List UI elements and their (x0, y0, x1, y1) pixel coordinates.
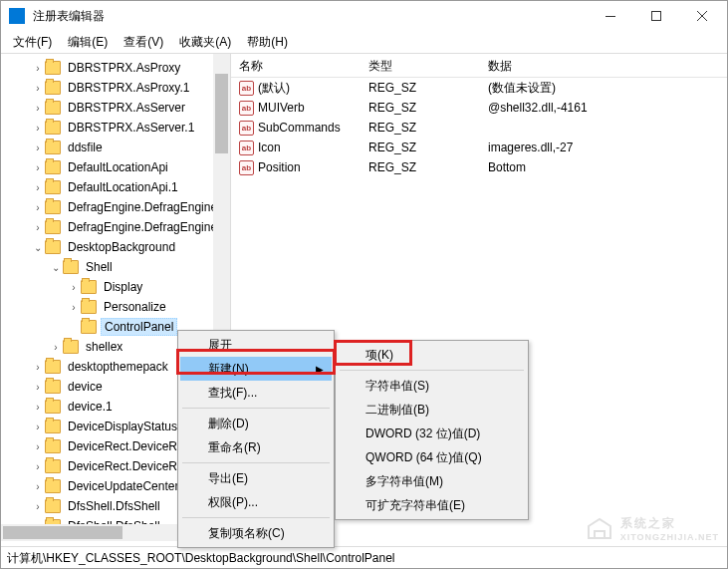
expand-icon[interactable]: › (33, 362, 43, 372)
tree-item[interactable]: ›DBRSTPRX.AsServer.1 (1, 118, 230, 138)
tree-item[interactable]: ›DefragEngine.DefragEngine (1, 197, 230, 217)
menu-item[interactable]: 项(K) (338, 343, 526, 367)
expand-icon[interactable]: › (33, 222, 43, 232)
menu-item[interactable]: 二进制值(B) (338, 398, 526, 422)
expand-icon[interactable]: ⌄ (33, 242, 43, 252)
expand-icon[interactable]: › (33, 422, 43, 431)
titlebar: 注册表编辑器 (1, 1, 727, 31)
tree-item[interactable]: ›DBRSTPRX.AsServer (1, 98, 230, 118)
tree-item[interactable]: ›DefaultLocationApi.1 (1, 177, 230, 197)
tree-item[interactable]: ⌄Shell (1, 257, 230, 277)
menu-separator (182, 517, 330, 518)
menu-item[interactable]: 导出(E) (180, 466, 332, 490)
expand-icon[interactable]: › (33, 103, 43, 113)
value-name: Position (258, 160, 301, 174)
expand-icon[interactable]: › (33, 83, 43, 93)
tree-item[interactable]: ›DBRSTPRX.AsProxy (1, 58, 230, 78)
tree-label: DfsShell.DfsShell (65, 498, 163, 514)
menu-item[interactable]: 权限(P)... (180, 490, 332, 514)
expand-icon[interactable]: › (33, 501, 43, 511)
tree-label: DBRSTPRX.AsServer (65, 100, 188, 116)
value-row[interactable]: abSubCommandsREG_SZ (231, 118, 727, 138)
tree-item[interactable]: ›DBRSTPRX.AsProxy.1 (1, 78, 230, 98)
menu-item-label: 查找(F)... (208, 385, 257, 402)
menu-item[interactable]: 字符串值(S) (338, 374, 526, 398)
value-name: MUIVerb (258, 101, 305, 115)
menu-item[interactable]: 可扩充字符串值(E) (338, 493, 526, 517)
expand-icon[interactable]: › (33, 461, 43, 471)
menu-item[interactable]: DWORD (32 位)值(D) (338, 422, 526, 445)
expand-icon[interactable]: › (33, 202, 43, 212)
menu-item[interactable]: 新建(N)▶ (180, 357, 332, 381)
expand-icon[interactable]: › (51, 342, 61, 352)
menubar: 文件(F) 编辑(E) 查看(V) 收藏夹(A) 帮助(H) (1, 31, 727, 53)
tree-label: DeviceDisplayStatus (65, 419, 180, 434)
tree-label: device (65, 379, 106, 395)
menu-item[interactable]: QWORD (64 位)值(Q) (338, 445, 526, 469)
folder-icon (45, 420, 61, 433)
folder-icon (45, 479, 61, 493)
close-button[interactable] (679, 1, 725, 31)
menu-item-label: 字符串值(S) (365, 378, 429, 395)
value-row[interactable]: abMUIVerbREG_SZ@shell32.dll,-4161 (231, 98, 727, 118)
list-header: 名称 类型 数据 (231, 54, 727, 78)
column-name[interactable]: 名称 (231, 54, 361, 77)
tree-item[interactable]: ›DefaultLocationApi (1, 157, 230, 177)
expand-icon[interactable] (69, 322, 79, 332)
string-value-icon: ab (239, 81, 254, 96)
maximize-button[interactable] (633, 1, 679, 31)
menu-item[interactable]: 复制项名称(C) (180, 521, 332, 545)
menu-help[interactable]: 帮助(H) (239, 32, 296, 53)
tree-label: DefaultLocationApi.1 (65, 179, 181, 195)
app-icon (9, 8, 25, 24)
tree-item[interactable]: ⌄DesktopBackground (1, 237, 230, 257)
value-row[interactable]: ab(默认)REG_SZ(数值未设置) (231, 78, 727, 98)
expand-icon[interactable]: › (33, 402, 43, 412)
menu-item[interactable]: 删除(D) (180, 412, 332, 435)
expand-icon[interactable]: › (33, 182, 43, 192)
value-data: Bottom (480, 160, 727, 174)
expand-icon[interactable]: › (33, 441, 43, 451)
folder-icon (63, 260, 79, 274)
expand-icon[interactable]: › (33, 142, 43, 152)
tree-item[interactable]: ›ddsfile (1, 138, 230, 157)
menu-favorites[interactable]: 收藏夹(A) (171, 32, 239, 53)
value-row[interactable]: abPositionREG_SZBottom (231, 157, 727, 177)
menu-item[interactable]: 多字符串值(M) (338, 469, 526, 493)
tree-item[interactable]: ›Display (1, 277, 230, 297)
menu-item-label: QWORD (64 位)值(Q) (365, 449, 482, 466)
menu-item-label: 项(K) (365, 347, 393, 364)
menu-item[interactable]: 查找(F)... (180, 381, 332, 405)
expand-icon[interactable]: › (69, 302, 79, 312)
window-controls (588, 1, 725, 31)
expand-icon[interactable]: › (33, 481, 43, 491)
tree-label: Shell (83, 259, 116, 275)
expand-icon[interactable]: › (33, 382, 43, 392)
expand-icon[interactable]: › (69, 282, 79, 292)
expand-icon[interactable]: ⌄ (51, 262, 61, 272)
menu-item-label: 导出(E) (208, 470, 248, 487)
menu-item-label: 多字符串值(M) (365, 473, 443, 490)
expand-icon[interactable]: › (33, 162, 43, 172)
value-type: REG_SZ (361, 141, 480, 154)
value-data: (数值未设置) (480, 80, 727, 97)
minimize-button[interactable] (588, 1, 633, 31)
menu-item[interactable]: 展开 (180, 333, 332, 357)
menu-view[interactable]: 查看(V) (116, 32, 171, 53)
column-data[interactable]: 数据 (480, 54, 727, 77)
tree-label: DefragEngine.DefragEngine (65, 219, 220, 235)
expand-icon[interactable]: › (33, 63, 43, 73)
menu-item[interactable]: 重命名(R) (180, 435, 332, 459)
value-row[interactable]: abIconREG_SZimageres.dll,-27 (231, 138, 727, 157)
folder-icon (45, 141, 61, 154)
tree-item[interactable]: ›Personalize (1, 297, 230, 317)
menu-item-label: 新建(N) (208, 361, 249, 378)
expand-icon[interactable]: › (33, 123, 43, 133)
context-menu-main: 展开新建(N)▶查找(F)...删除(D)重命名(R)导出(E)权限(P)...… (177, 330, 335, 548)
menu-edit[interactable]: 编辑(E) (60, 32, 116, 53)
menu-file[interactable]: 文件(F) (5, 32, 60, 53)
tree-label: Personalize (101, 299, 169, 315)
column-type[interactable]: 类型 (361, 54, 480, 77)
menu-separator (340, 370, 524, 371)
tree-item[interactable]: ›DefragEngine.DefragEngine (1, 217, 230, 237)
